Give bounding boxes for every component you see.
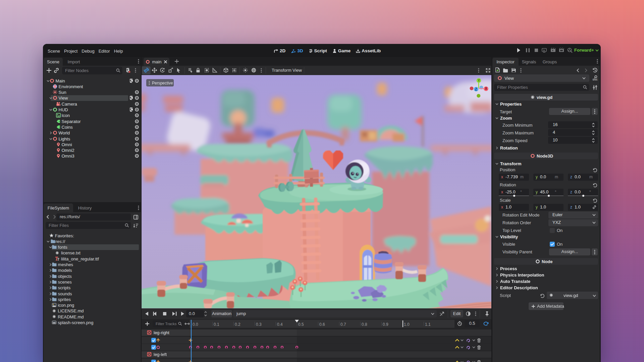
svg-text:Z: Z [475, 87, 477, 91]
svg-text:Forward+: Forward+ [574, 48, 594, 53]
svg-text:DOC: DOC [593, 78, 598, 81]
svg-text:Perspective: Perspective [152, 81, 173, 85]
svg-text:Y: Y [478, 79, 480, 82]
svg-text:X: X [485, 87, 487, 90]
